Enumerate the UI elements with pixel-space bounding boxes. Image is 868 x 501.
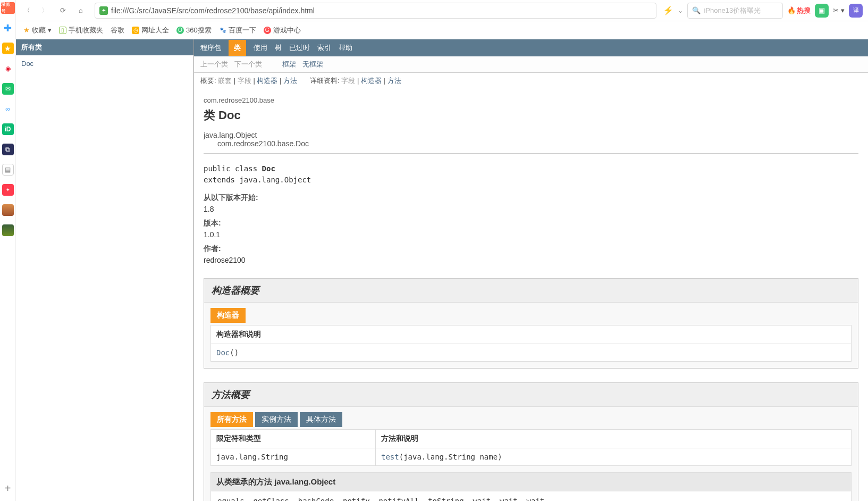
search-placeholder: iPhone13价格曝光 — [704, 6, 778, 15]
scissors-icon[interactable]: ✂︎ ▾ — [833, 6, 845, 14]
bookmark-favorites[interactable]: ★收藏 ▾ — [23, 26, 52, 35]
bookmark-360[interactable]: O360搜索 — [176, 26, 212, 35]
toolbar-right: ⚡ ⌄ 🔍 iPhone13价格曝光 🔥热搜 ▣ ✂︎ ▾ 译 — [663, 3, 865, 19]
search-icon: 🔍 — [692, 6, 701, 14]
bookmark-mobile[interactable]: ▯手机收藏夹 — [59, 26, 103, 35]
bookmark-bar: ★收藏 ▾ ▯手机收藏夹 谷歌 ◷网址大全 O360搜索 🐾百度一下 G游戏中心 — [0, 21, 868, 39]
address-bar[interactable]: ✦ — [95, 3, 656, 19]
browser-side-tabs: 录账号 ✚ ★ ◉ ✉ ∞ iD ⧉ ▤ ✦ + — [0, 0, 16, 39]
phone-icon: ▯ — [59, 27, 66, 34]
translate-button[interactable]: 译 — [849, 4, 863, 18]
star-icon: ★ — [23, 26, 30, 34]
bookmark-sitenav[interactable]: ◷网址大全 — [132, 26, 169, 35]
360-icon: O — [176, 27, 184, 34]
shield-icon: ✦ — [99, 6, 108, 15]
game-icon: G — [264, 27, 271, 34]
flash-icon[interactable]: ⚡ — [663, 5, 673, 15]
add-tab-icon[interactable]: ✚ — [2, 22, 14, 34]
baidu-icon: 🐾 — [219, 27, 226, 34]
hot-search-button[interactable]: 🔥热搜 — [787, 6, 811, 15]
bookmark-baidu[interactable]: 🐾百度一下 — [219, 26, 256, 35]
search-box[interactable]: 🔍 iPhone13价格曝光 — [687, 3, 783, 19]
nav-icon: ◷ — [132, 27, 139, 34]
bookmark-google[interactable]: 谷歌 — [111, 26, 124, 35]
chevron-down-icon[interactable]: ⌄ — [678, 7, 683, 14]
browser-toolbar: 〈 〉 ⟳ ⌂ ✦ ⚡ ⌄ 🔍 iPhone13价格曝光 🔥热搜 ▣ ✂︎ ▾ … — [0, 0, 868, 21]
back-button[interactable]: 〈 — [19, 3, 34, 18]
home-button[interactable]: ⌂ — [73, 3, 88, 18]
extension-button[interactable]: ▣ — [815, 4, 829, 18]
url-input[interactable] — [111, 6, 652, 15]
bookmark-game[interactable]: G游戏中心 — [264, 26, 301, 35]
forward-button: 〉 — [37, 3, 52, 18]
login-tab[interactable]: 录账号 — [1, 2, 15, 14]
reload-button[interactable]: ⟳ — [55, 3, 70, 18]
